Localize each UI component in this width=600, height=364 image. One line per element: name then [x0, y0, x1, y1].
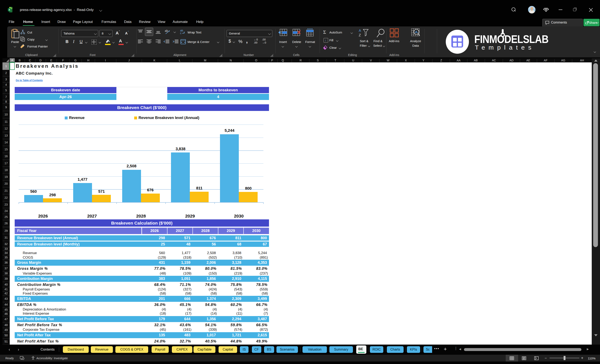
svg-text:ab: ab — [165, 29, 168, 32]
svg-text:A: A — [359, 29, 361, 33]
svg-text:Z: Z — [359, 33, 361, 37]
svg-text:c: c — [180, 32, 181, 35]
